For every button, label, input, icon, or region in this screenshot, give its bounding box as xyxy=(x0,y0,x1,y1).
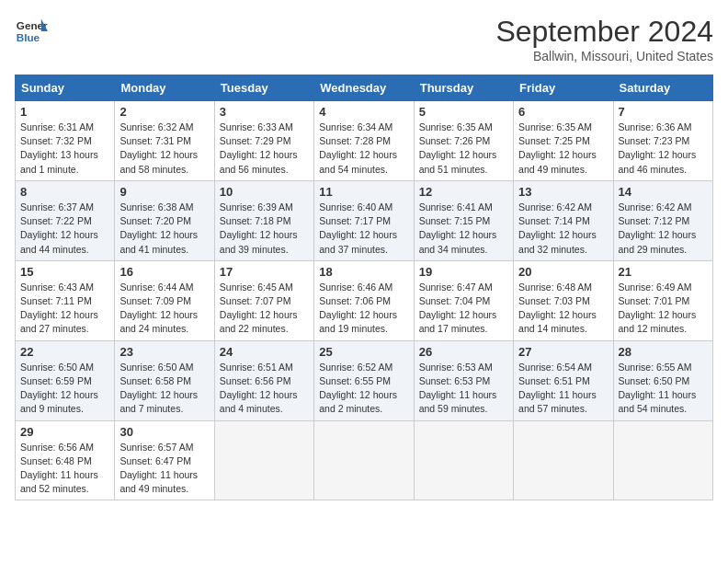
calendar-cell: 16Sunrise: 6:44 AM Sunset: 7:09 PM Dayli… xyxy=(115,260,214,340)
title-block: September 2024 Ballwin, Missouri, United… xyxy=(495,15,713,63)
logo: General Blue xyxy=(15,15,48,48)
day-info: Sunrise: 6:53 AM Sunset: 6:53 PM Dayligh… xyxy=(419,361,508,417)
day-number: 13 xyxy=(518,185,608,199)
calendar-cell: 15Sunrise: 6:43 AM Sunset: 7:11 PM Dayli… xyxy=(16,260,115,340)
calendar-cell: 23Sunrise: 6:50 AM Sunset: 6:58 PM Dayli… xyxy=(115,340,214,420)
day-info: Sunrise: 6:32 AM Sunset: 7:31 PM Dayligh… xyxy=(119,121,209,177)
calendar-cell xyxy=(414,420,513,500)
day-number: 23 xyxy=(119,345,209,359)
calendar-cell: 1Sunrise: 6:31 AM Sunset: 7:32 PM Daylig… xyxy=(16,101,115,181)
calendar-cell: 12Sunrise: 6:41 AM Sunset: 7:15 PM Dayli… xyxy=(414,180,513,260)
day-info: Sunrise: 6:49 AM Sunset: 7:01 PM Dayligh… xyxy=(619,281,708,337)
calendar-week-row: 8Sunrise: 6:37 AM Sunset: 7:22 PM Daylig… xyxy=(16,180,713,260)
day-number: 21 xyxy=(619,265,708,279)
calendar-cell: 9Sunrise: 6:38 AM Sunset: 7:20 PM Daylig… xyxy=(115,180,214,260)
calendar-cell: 24Sunrise: 6:51 AM Sunset: 6:56 PM Dayli… xyxy=(214,340,313,420)
day-info: Sunrise: 6:42 AM Sunset: 7:14 PM Dayligh… xyxy=(518,201,608,257)
calendar-cell: 21Sunrise: 6:49 AM Sunset: 7:01 PM Dayli… xyxy=(613,260,712,340)
calendar-week-row: 1Sunrise: 6:31 AM Sunset: 7:32 PM Daylig… xyxy=(16,101,713,181)
day-info: Sunrise: 6:36 AM Sunset: 7:23 PM Dayligh… xyxy=(619,121,708,177)
day-info: Sunrise: 6:33 AM Sunset: 7:29 PM Dayligh… xyxy=(220,121,309,177)
day-number: 14 xyxy=(619,185,708,199)
day-info: Sunrise: 6:47 AM Sunset: 7:04 PM Dayligh… xyxy=(419,281,508,337)
day-info: Sunrise: 6:44 AM Sunset: 7:09 PM Dayligh… xyxy=(119,281,209,337)
calendar-header-tuesday: Tuesday xyxy=(214,75,313,101)
calendar-cell: 2Sunrise: 6:32 AM Sunset: 7:31 PM Daylig… xyxy=(115,101,214,181)
calendar-cell: 18Sunrise: 6:46 AM Sunset: 7:06 PM Dayli… xyxy=(314,260,414,340)
calendar-cell: 14Sunrise: 6:42 AM Sunset: 7:12 PM Dayli… xyxy=(613,180,712,260)
calendar-week-row: 15Sunrise: 6:43 AM Sunset: 7:11 PM Dayli… xyxy=(16,260,713,340)
day-number: 9 xyxy=(119,185,209,199)
calendar-cell xyxy=(314,420,414,500)
calendar-cell: 22Sunrise: 6:50 AM Sunset: 6:59 PM Dayli… xyxy=(16,340,115,420)
day-number: 30 xyxy=(119,425,209,439)
day-info: Sunrise: 6:35 AM Sunset: 7:25 PM Dayligh… xyxy=(518,121,608,177)
day-info: Sunrise: 6:46 AM Sunset: 7:06 PM Dayligh… xyxy=(319,281,408,337)
day-number: 7 xyxy=(619,105,708,119)
day-number: 28 xyxy=(619,345,708,359)
calendar-header-row: SundayMondayTuesdayWednesdayThursdayFrid… xyxy=(16,75,713,101)
day-number: 19 xyxy=(419,265,508,279)
day-info: Sunrise: 6:54 AM Sunset: 6:51 PM Dayligh… xyxy=(518,361,608,417)
day-number: 24 xyxy=(220,345,309,359)
day-number: 18 xyxy=(319,265,408,279)
calendar-table: SundayMondayTuesdayWednesdayThursdayFrid… xyxy=(15,75,713,500)
calendar-cell: 28Sunrise: 6:55 AM Sunset: 6:50 PM Dayli… xyxy=(613,340,712,420)
day-number: 5 xyxy=(419,105,508,119)
calendar-cell: 11Sunrise: 6:40 AM Sunset: 7:17 PM Dayli… xyxy=(314,180,414,260)
day-info: Sunrise: 6:43 AM Sunset: 7:11 PM Dayligh… xyxy=(20,281,109,337)
day-info: Sunrise: 6:55 AM Sunset: 6:50 PM Dayligh… xyxy=(619,361,708,417)
calendar-week-row: 22Sunrise: 6:50 AM Sunset: 6:59 PM Dayli… xyxy=(16,340,713,420)
calendar-header-sunday: Sunday xyxy=(16,75,115,101)
calendar-header-wednesday: Wednesday xyxy=(314,75,414,101)
day-info: Sunrise: 6:45 AM Sunset: 7:07 PM Dayligh… xyxy=(220,281,309,337)
day-info: Sunrise: 6:34 AM Sunset: 7:28 PM Dayligh… xyxy=(319,121,408,177)
day-number: 26 xyxy=(419,345,508,359)
calendar-header-saturday: Saturday xyxy=(613,75,712,101)
day-info: Sunrise: 6:48 AM Sunset: 7:03 PM Dayligh… xyxy=(518,281,608,337)
day-info: Sunrise: 6:57 AM Sunset: 6:47 PM Dayligh… xyxy=(119,441,209,497)
calendar-cell: 17Sunrise: 6:45 AM Sunset: 7:07 PM Dayli… xyxy=(214,260,313,340)
day-info: Sunrise: 6:40 AM Sunset: 7:17 PM Dayligh… xyxy=(319,201,408,257)
day-info: Sunrise: 6:50 AM Sunset: 6:59 PM Dayligh… xyxy=(20,361,109,417)
calendar-cell: 13Sunrise: 6:42 AM Sunset: 7:14 PM Dayli… xyxy=(514,180,613,260)
day-number: 10 xyxy=(220,185,309,199)
calendar-cell xyxy=(613,420,712,500)
day-number: 20 xyxy=(518,265,608,279)
calendar-cell xyxy=(214,420,313,500)
day-number: 3 xyxy=(220,105,309,119)
calendar-cell: 10Sunrise: 6:39 AM Sunset: 7:18 PM Dayli… xyxy=(214,180,313,260)
day-info: Sunrise: 6:41 AM Sunset: 7:15 PM Dayligh… xyxy=(419,201,508,257)
day-info: Sunrise: 6:35 AM Sunset: 7:26 PM Dayligh… xyxy=(419,121,508,177)
day-number: 1 xyxy=(20,105,109,119)
calendar-header-monday: Monday xyxy=(115,75,214,101)
day-info: Sunrise: 6:38 AM Sunset: 7:20 PM Dayligh… xyxy=(119,201,209,257)
location: Ballwin, Missouri, United States xyxy=(495,49,713,63)
day-info: Sunrise: 6:31 AM Sunset: 7:32 PM Dayligh… xyxy=(20,121,109,177)
svg-text:Blue: Blue xyxy=(17,31,40,43)
calendar-cell: 19Sunrise: 6:47 AM Sunset: 7:04 PM Dayli… xyxy=(414,260,513,340)
month-title: September 2024 xyxy=(495,15,713,49)
day-info: Sunrise: 6:52 AM Sunset: 6:55 PM Dayligh… xyxy=(319,361,408,417)
day-info: Sunrise: 6:51 AM Sunset: 6:56 PM Dayligh… xyxy=(220,361,309,417)
day-info: Sunrise: 6:39 AM Sunset: 7:18 PM Dayligh… xyxy=(220,201,309,257)
calendar-cell: 3Sunrise: 6:33 AM Sunset: 7:29 PM Daylig… xyxy=(214,101,313,181)
day-number: 15 xyxy=(20,265,109,279)
day-info: Sunrise: 6:37 AM Sunset: 7:22 PM Dayligh… xyxy=(20,201,109,257)
calendar-cell: 30Sunrise: 6:57 AM Sunset: 6:47 PM Dayli… xyxy=(115,420,214,500)
day-number: 11 xyxy=(319,185,408,199)
calendar-cell: 29Sunrise: 6:56 AM Sunset: 6:48 PM Dayli… xyxy=(16,420,115,500)
day-number: 8 xyxy=(20,185,109,199)
calendar-cell: 6Sunrise: 6:35 AM Sunset: 7:25 PM Daylig… xyxy=(514,101,613,181)
day-info: Sunrise: 6:42 AM Sunset: 7:12 PM Dayligh… xyxy=(619,201,708,257)
day-number: 16 xyxy=(119,265,209,279)
day-number: 29 xyxy=(20,425,109,439)
logo-icon: General Blue xyxy=(15,15,48,48)
calendar-cell: 25Sunrise: 6:52 AM Sunset: 6:55 PM Dayli… xyxy=(314,340,414,420)
calendar-cell: 4Sunrise: 6:34 AM Sunset: 7:28 PM Daylig… xyxy=(314,101,414,181)
day-info: Sunrise: 6:56 AM Sunset: 6:48 PM Dayligh… xyxy=(20,441,109,497)
day-number: 22 xyxy=(20,345,109,359)
calendar-header-thursday: Thursday xyxy=(414,75,513,101)
page-header: General Blue September 2024 Ballwin, Mis… xyxy=(15,15,713,63)
calendar-cell: 20Sunrise: 6:48 AM Sunset: 7:03 PM Dayli… xyxy=(514,260,613,340)
